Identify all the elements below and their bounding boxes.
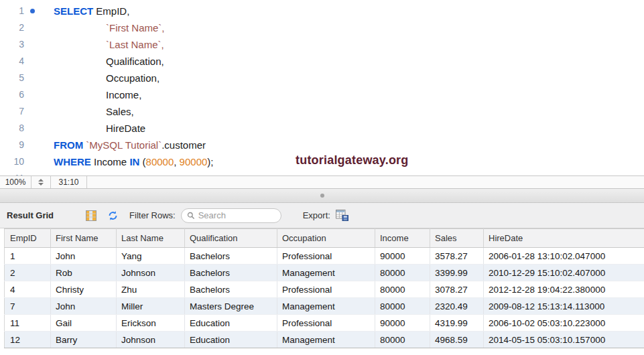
table-cell[interactable]: Bachelors <box>185 281 277 298</box>
table-cell[interactable]: Bachelors <box>185 265 277 281</box>
table-cell[interactable]: 11 <box>5 315 51 332</box>
filter-rows-label: Filter Rows: <box>129 210 176 220</box>
column-header-qualification[interactable]: Qualification <box>185 229 277 248</box>
table-cell[interactable]: Management <box>277 332 375 348</box>
cursor-position: 31:10 <box>51 176 87 188</box>
table-cell[interactable]: Zhu <box>117 281 185 298</box>
column-header-first-name[interactable]: First Name <box>51 229 117 248</box>
code-text: FROM `MySQL Tutorial`.customer <box>54 137 206 153</box>
table-row[interactable]: 2RobJohnsonBachelorsManagement800003399.… <box>5 265 644 281</box>
editor-line[interactable]: 11 <box>0 170 644 175</box>
stepper-down-icon[interactable] <box>38 183 44 186</box>
table-row[interactable]: 1JohnYangBachelorsProfessional900003578.… <box>5 248 644 265</box>
table-cell[interactable]: 4968.59 <box>430 332 484 348</box>
result-grid-title: Result Grid <box>7 210 54 220</box>
column-header-hiredate[interactable]: HireDate <box>484 229 644 248</box>
table-cell[interactable]: 2006-10-02 05:03:10.223000 <box>484 315 644 332</box>
gutter-spacer <box>25 103 54 120</box>
gutter-spacer <box>25 70 54 86</box>
grid-head: EmpIDFirst NameLast NameQualificationOcc… <box>5 229 644 248</box>
table-cell[interactable]: Bachelors <box>185 248 277 265</box>
table-cell[interactable]: 2012-12-28 19:04:22.380000 <box>484 281 644 298</box>
editor-line[interactable]: 9FROM `MySQL Tutorial`.customer <box>0 137 644 153</box>
code-text: Occupation, <box>54 70 159 86</box>
export-icon[interactable] <box>336 210 348 221</box>
table-cell[interactable]: 80000 <box>375 265 430 281</box>
table-cell[interactable]: 3399.99 <box>430 265 484 281</box>
stepper-up-icon[interactable] <box>38 179 44 182</box>
table-cell[interactable]: Education <box>185 332 277 348</box>
table-cell[interactable]: 2320.49 <box>430 298 484 315</box>
table-cell[interactable]: 2014-05-15 05:03:10.157000 <box>484 332 644 348</box>
table-cell[interactable]: 1 <box>5 248 51 265</box>
table-cell[interactable]: 80000 <box>375 298 430 315</box>
table-cell[interactable]: Erickson <box>117 315 185 332</box>
table-cell[interactable]: 4319.99 <box>430 315 484 332</box>
editor-line[interactable]: 4Qualification, <box>0 53 644 70</box>
editor-status-bar: 100% 31:10 <box>0 175 644 189</box>
statement-marker <box>25 3 54 19</box>
table-row[interactable]: 7JohnMillerMasters DegreeManagement80000… <box>5 298 644 315</box>
search-input[interactable] <box>198 210 275 220</box>
zoom-level[interactable]: 100% <box>0 176 31 188</box>
grid-columns-icon[interactable] <box>86 210 96 221</box>
table-cell[interactable]: 3578.27 <box>430 248 484 265</box>
column-header-income[interactable]: Income <box>375 229 430 248</box>
table-cell[interactable]: Rob <box>51 265 117 281</box>
column-header-empid[interactable]: EmpID <box>5 229 51 248</box>
sql-editor[interactable]: 1SELECT EmpID,2`First Name`,3`Last Name`… <box>0 0 644 175</box>
editor-line[interactable]: 5Occupation, <box>0 70 644 86</box>
zoom-stepper[interactable] <box>31 176 51 188</box>
table-cell[interactable]: Professional <box>277 281 375 298</box>
table-cell[interactable]: 90000 <box>375 248 430 265</box>
column-header-last-name[interactable]: Last Name <box>117 229 185 248</box>
watermark: tutorialgateway.org <box>296 153 409 167</box>
gutter-spacer <box>25 120 54 137</box>
table-cell[interactable]: 4 <box>5 281 51 298</box>
table-cell[interactable]: 3078.27 <box>430 281 484 298</box>
line-number: 3 <box>0 36 25 53</box>
editor-line[interactable]: 6Income, <box>0 86 644 103</box>
table-cell[interactable]: 7 <box>5 298 51 315</box>
table-cell[interactable]: Professional <box>277 248 375 265</box>
code-text: Income, <box>54 86 141 103</box>
statement-dot-icon <box>30 9 35 13</box>
table-cell[interactable]: 80000 <box>375 281 430 298</box>
table-cell[interactable]: Yang <box>117 248 185 265</box>
table-cell[interactable]: John <box>51 248 117 265</box>
search-box[interactable] <box>181 208 281 223</box>
table-cell[interactable]: Miller <box>117 298 185 315</box>
table-cell[interactable]: Education <box>185 315 277 332</box>
table-cell[interactable]: Professional <box>277 315 375 332</box>
panel-splitter[interactable] <box>0 189 644 203</box>
editor-line[interactable]: 1SELECT EmpID, <box>0 3 644 19</box>
line-number: 6 <box>0 86 25 103</box>
editor-line[interactable]: 3`Last Name`, <box>0 36 644 53</box>
table-cell[interactable]: John <box>51 298 117 315</box>
table-row[interactable]: 4ChristyZhuBachelorsProfessional80000307… <box>5 281 644 298</box>
table-cell[interactable]: 12 <box>5 332 51 348</box>
editor-line[interactable]: 8HireDate <box>0 120 644 137</box>
table-cell[interactable]: 2006-01-28 13:10:02.047000 <box>484 248 644 265</box>
table-cell[interactable]: Management <box>277 298 375 315</box>
gutter-spacer <box>25 137 54 153</box>
table-cell[interactable]: 90000 <box>375 315 430 332</box>
editor-line[interactable]: 2`First Name`, <box>0 19 644 36</box>
table-cell[interactable]: Management <box>277 265 375 281</box>
refresh-icon[interactable] <box>107 210 119 221</box>
table-cell[interactable]: 2010-12-29 15:10:02.407000 <box>484 265 644 281</box>
table-cell[interactable]: Johnson <box>117 265 185 281</box>
table-cell[interactable]: Barry <box>51 332 117 348</box>
table-row[interactable]: 12BarryJohnsonEducationManagement8000049… <box>5 332 644 348</box>
table-cell[interactable]: 2009-08-12 15:13:14.113000 <box>484 298 644 315</box>
editor-line[interactable]: 7Sales, <box>0 103 644 120</box>
column-header-occupation[interactable]: Occupation <box>277 229 375 248</box>
table-cell[interactable]: 80000 <box>375 332 430 348</box>
table-cell[interactable]: Johnson <box>117 332 185 348</box>
table-cell[interactable]: 2 <box>5 265 51 281</box>
table-cell[interactable]: Masters Degree <box>185 298 277 315</box>
column-header-sales[interactable]: Sales <box>430 229 484 248</box>
table-cell[interactable]: Christy <box>51 281 117 298</box>
table-cell[interactable]: Gail <box>51 315 117 332</box>
table-row[interactable]: 11GailEricksonEducationProfessional90000… <box>5 315 644 332</box>
